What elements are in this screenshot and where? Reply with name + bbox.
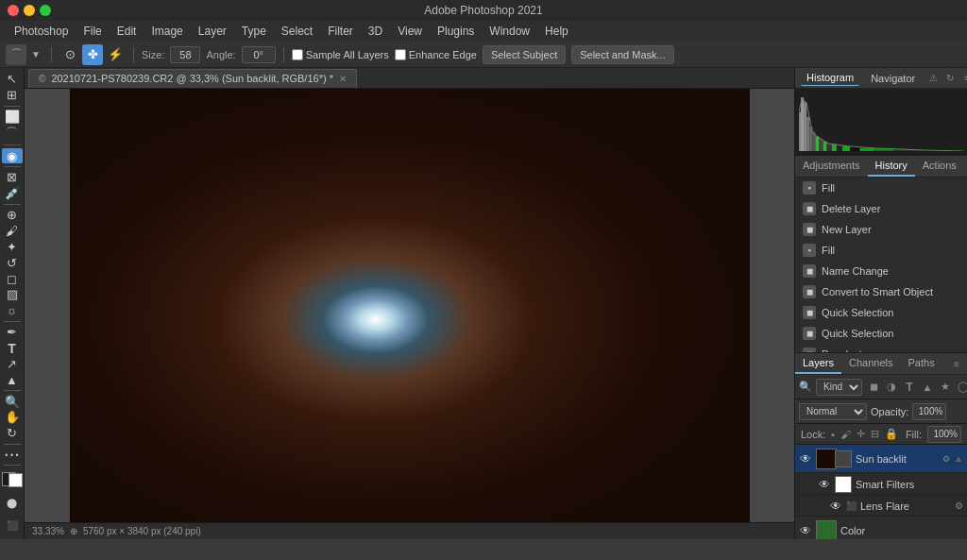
brush-tool[interactable]: 🖌 <box>2 223 23 238</box>
smart-filter-icon[interactable]: ★ <box>938 380 953 395</box>
layer-row-smart-filters[interactable]: 👁 Smart Filters <box>795 473 967 496</box>
lock-all-icon[interactable]: 🔒 <box>885 428 898 440</box>
gradient-tool[interactable]: ▨ <box>2 287 23 302</box>
blend-mode-select[interactable]: Normal <box>799 403 867 420</box>
sample-all-layers-check[interactable]: Sample All Layers <box>292 49 389 60</box>
history-item-3[interactable]: ▪Fill <box>795 240 967 261</box>
history-item-6[interactable]: ◼Quick Selection <box>795 302 967 323</box>
tab-history[interactable]: History <box>868 156 915 177</box>
history-item-2[interactable]: ◼New Layer <box>795 219 967 240</box>
menu-image[interactable]: Image <box>144 23 189 40</box>
menu-3d[interactable]: 3D <box>362 23 389 40</box>
shape-filter-icon[interactable]: ▲ <box>920 380 935 395</box>
pen-tool[interactable]: ✒ <box>2 325 23 340</box>
brush-size-input[interactable] <box>170 46 200 63</box>
menu-type[interactable]: Type <box>235 23 273 40</box>
opacity-input[interactable] <box>912 403 946 420</box>
histogram-warning-icon[interactable]: ⚠ <box>926 72 940 85</box>
active-selection-icon[interactable]: ✤ <box>82 44 103 65</box>
layer-visibility-lens-flare[interactable]: 👁 <box>829 500 842 513</box>
lock-image-icon[interactable]: 🖌 <box>840 429 851 440</box>
menu-window[interactable]: Window <box>483 23 536 40</box>
history-item-0[interactable]: ▪Fill <box>795 178 967 198</box>
history-item-7[interactable]: ◼Quick Selection <box>795 323 967 344</box>
quick-mask-mode[interactable]: ⬤ <box>2 492 23 513</box>
rotate-view-tool[interactable]: ↻ <box>2 426 23 441</box>
tool-option-arrow[interactable]: ▼ <box>28 47 43 62</box>
spot-heal-tool[interactable]: ⊕ <box>2 207 23 222</box>
adjustment-filter-icon[interactable]: ◑ <box>884 380 899 395</box>
menu-filter[interactable]: Filter <box>321 23 360 40</box>
quick-selection-icon[interactable]: ⊙ <box>59 44 80 65</box>
menu-plugins[interactable]: Plugins <box>431 23 481 40</box>
layers-panel-menu-icon[interactable]: ≡ <box>950 357 963 370</box>
menu-photoshop[interactable]: Photoshop <box>8 23 75 40</box>
hand-tool[interactable]: ✋ <box>2 410 23 425</box>
layer-visibility-color[interactable]: 👁 <box>799 524 812 537</box>
select-subject-button[interactable]: Select Subject <box>483 45 566 64</box>
screen-mode[interactable]: ⬛ <box>2 515 23 535</box>
move-tool[interactable]: ↖ <box>2 72 23 87</box>
menu-help[interactable]: Help <box>538 23 575 40</box>
shape-tool[interactable]: ▲ <box>2 372 23 387</box>
canvas-wrap[interactable] <box>25 89 794 522</box>
select-and-mask-button[interactable]: Select and Mask... <box>571 45 674 64</box>
tab-histogram[interactable]: Histogram <box>801 70 859 86</box>
lasso-tool[interactable]: ⌒ <box>2 125 23 142</box>
crop-tool[interactable]: ⊠ <box>2 170 23 185</box>
text-tool[interactable]: T <box>2 341 23 356</box>
canvas-tab[interactable]: © 20210721-PS780239.CR2 @ 33,3% (Sun bac… <box>28 69 357 88</box>
eyedropper-tool[interactable]: 💉 <box>2 186 23 201</box>
lock-transparent-icon[interactable]: ▪ <box>831 429 835 440</box>
history-item-5[interactable]: ◼Convert to Smart Object <box>795 281 967 302</box>
histogram-refresh-icon[interactable]: ↻ <box>943 72 957 85</box>
menu-select[interactable]: Select <box>275 23 319 40</box>
layer-options-sun-backlit[interactable]: ▲ <box>954 453 963 464</box>
layer-visibility-sun-backlit[interactable]: 👁 <box>799 452 812 466</box>
layer-visibility-smart-filters[interactable]: 👁 <box>818 478 831 491</box>
magic-wand-icon[interactable]: ⚡ <box>105 44 126 65</box>
history-item-1[interactable]: ◼Delete Layer <box>795 198 967 219</box>
menu-view[interactable]: View <box>391 23 429 40</box>
filter-toggle-icon[interactable]: ◯ <box>956 380 967 395</box>
artboard-tool[interactable]: ⊞ <box>2 88 23 103</box>
foreground-background-colors[interactable] <box>2 472 23 487</box>
history-item-4[interactable]: ◼Name Change <box>795 261 967 281</box>
canvas[interactable] <box>70 89 750 522</box>
layer-row-lens-flare[interactable]: 👁 ⬛ Lens Flare ⚙ <box>795 496 967 517</box>
fill-input[interactable] <box>927 426 961 443</box>
tab-actions[interactable]: Actions <box>915 156 964 177</box>
extra-tools[interactable]: • • • <box>2 448 23 463</box>
tab-paths[interactable]: Paths <box>901 353 942 374</box>
tab-channels[interactable]: Channels <box>841 353 900 374</box>
lock-position-icon[interactable]: ✛ <box>857 428 865 440</box>
tab-close-button[interactable]: ✕ <box>339 74 347 84</box>
eraser-tool[interactable]: ◻ <box>2 271 23 286</box>
zoom-tool[interactable]: 🔍 <box>2 394 23 409</box>
lens-flare-options-icon[interactable]: ⚙ <box>955 501 963 511</box>
menu-file[interactable]: File <box>76 23 108 40</box>
enhance-edge-check[interactable]: Enhance Edge <box>395 49 477 60</box>
tab-navigator[interactable]: Navigator <box>865 71 921 86</box>
lasso-tool-icon[interactable]: ⌒ <box>6 44 26 65</box>
quick-selection-tool[interactable]: ◉ <box>2 148 23 163</box>
history-brush-tool[interactable]: ↺ <box>2 255 23 270</box>
type-filter-icon[interactable]: T <box>902 380 917 395</box>
layer-row-color[interactable]: 👁 Color <box>795 517 967 539</box>
clone-stamp-tool[interactable]: ✦ <box>2 239 23 254</box>
pixel-filter-icon[interactable]: ◼ <box>866 380 881 395</box>
path-select-tool[interactable]: ↗ <box>2 357 23 372</box>
layer-kind-select[interactable]: Kind <box>816 379 862 396</box>
layer-row-sun-backlit[interactable]: 👁 Sun backlit ⚙ ▲ <box>795 445 967 473</box>
rectangular-marquee-tool[interactable]: ⬜ <box>2 110 23 125</box>
menu-layer[interactable]: Layer <box>192 23 233 40</box>
angle-input[interactable] <box>242 46 276 63</box>
background-color[interactable] <box>8 473 23 487</box>
history-item-8[interactable]: ◼Deselect <box>795 344 967 352</box>
close-button[interactable] <box>8 5 19 16</box>
dodge-tool[interactable]: ☼ <box>2 303 23 318</box>
minimize-button[interactable] <box>24 5 35 16</box>
tab-layers[interactable]: Layers <box>795 353 841 374</box>
lock-artboard-icon[interactable]: ⊟ <box>871 428 879 440</box>
tab-adjustments[interactable]: Adjustments <box>795 156 868 177</box>
